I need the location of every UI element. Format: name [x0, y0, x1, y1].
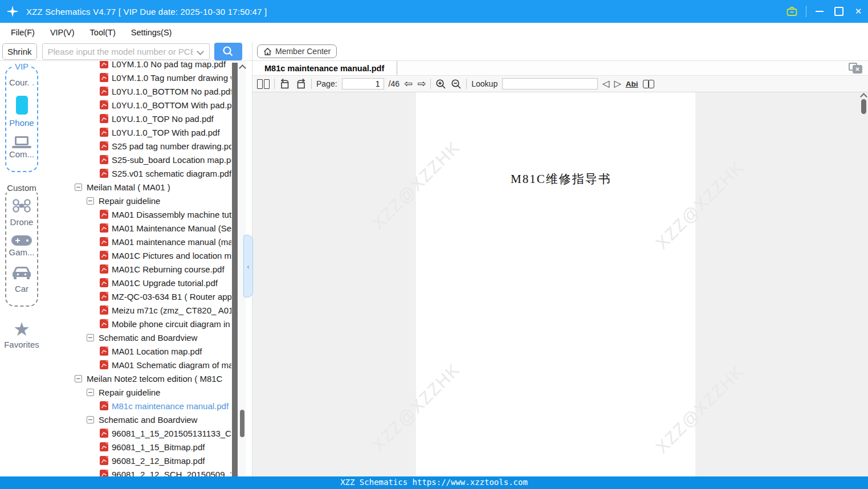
tree-row-label: MA01 Disassembly machine tuto [112, 210, 231, 219]
pdf-file-icon [100, 223, 108, 233]
tree-row[interactable]: MA01 Location map.pdf [43, 344, 231, 358]
next-page-button[interactable]: ⇨ [417, 79, 426, 89]
tree-row[interactable]: L0YM.1.0 No pad tag map.pdf [43, 61, 231, 71]
pdf-file-icon [100, 155, 108, 164]
tree-row[interactable]: S25-sub_board Location map.pdf [43, 153, 231, 166]
tree-row[interactable]: Repair guideline [43, 194, 231, 207]
search-button[interactable] [214, 43, 242, 60]
tree-row[interactable]: Repair guideline [43, 385, 231, 399]
pdf-file-icon [100, 87, 108, 96]
sidebar-item-course[interactable]: Cour... [6, 78, 37, 87]
pdf-file-icon [100, 141, 108, 150]
tree-row[interactable]: Meilan Note2 telcom edition ( M81C [43, 372, 231, 385]
menu-item-settings[interactable]: Settings(S) [131, 28, 172, 37]
panel-scrollbar-thumb[interactable] [240, 410, 244, 437]
app-window: XZZ Schematics V4.77 [ VIP Due date: 202… [0, 0, 868, 489]
sidebar-item-favorites[interactable]: ★ Favorites [0, 320, 43, 349]
zoom-out-button[interactable] [451, 79, 462, 89]
pdf-viewer-panel: M81c maintenance manual.pdf ✕ Page: /46 … [252, 61, 868, 476]
two-page-view-button[interactable] [257, 79, 270, 89]
minimize-button[interactable] [810, 0, 829, 23]
tree-row[interactable]: L0YM.1.0 Tag number drawing wi [43, 71, 231, 84]
sidebar-item-drone[interactable]: Drone [6, 198, 37, 227]
tree-row[interactable]: MA01C Upgrade tutorial.pdf [43, 276, 231, 290]
collapse-expander-icon[interactable] [75, 375, 82, 382]
sidebar-item-computer[interactable]: Com... [6, 136, 37, 159]
pdf-scrollbar[interactable] [859, 92, 868, 476]
gamepad-icon [11, 235, 32, 246]
star-icon: ★ [0, 320, 43, 339]
find-next-button[interactable]: ▷ [614, 79, 621, 88]
tree-row[interactable]: MA01 Maintenance Manual (Sec [43, 221, 231, 235]
vip-briefcase-icon[interactable] [786, 6, 798, 17]
pdf-file-icon [100, 442, 108, 451]
page-total: /46 [389, 79, 400, 88]
tree-row-label: Schematic and Boardview [99, 333, 197, 343]
document-tab[interactable]: M81c maintenance manual.pdf [252, 61, 397, 75]
tree-row[interactable]: Mobile phone circuit diagram in [43, 317, 231, 331]
close-button[interactable]: ✕ [849, 0, 868, 23]
tree-row[interactable]: L0YU.1.0_TOP With pad.pdf [43, 125, 231, 139]
maximize-button[interactable] [829, 0, 849, 23]
model-search-input[interactable] [43, 44, 209, 59]
tree-row[interactable]: M81c maintenance manual.pdf [43, 399, 231, 413]
tree-row[interactable]: 96081_1_15_201505131133_CT_v [43, 426, 231, 440]
tree-row[interactable]: S25.v01 schematic diagram.pdf [43, 166, 231, 180]
tree-row[interactable]: 96081_2_12_SCH_20150509_180 [43, 467, 231, 476]
tree-row[interactable]: MZ-QC-03-634 B1 ( Router appl [43, 290, 231, 303]
tree-row[interactable]: L0YU.1.0_BOTTOM No pad.pdf [43, 84, 231, 98]
tree-row[interactable]: 96081_1_15_Bitmap.pdf [43, 440, 231, 454]
tree-row-label: MA01C Pictures and location ma [112, 251, 231, 260]
find-previous-button[interactable]: ◁ [602, 79, 609, 88]
previous-page-button[interactable]: ⇦ [404, 79, 413, 89]
pdf-file-icon [100, 319, 108, 328]
tree-row[interactable]: MA01C Pictures and location ma [43, 248, 231, 262]
tree-row[interactable]: MA01 maintenance manual (mai [43, 235, 231, 248]
tree-row[interactable]: L0YU.1.0_BOTTOM With pad.pdf [43, 98, 231, 112]
member-center-button[interactable]: Member Center [257, 44, 337, 58]
tree-row[interactable]: 96081_2_12_Bitmap.pdf [43, 454, 231, 467]
sidebar-item-car[interactable]: Car [6, 266, 37, 294]
pdf-file-icon [100, 251, 108, 260]
tree-row[interactable]: MA01C Reburning course.pdf [43, 262, 231, 276]
shrink-button[interactable]: Shrink [2, 43, 37, 60]
tree-row[interactable]: MA01 Schematic diagram of mai [43, 358, 231, 372]
pdf-scrollbar-thumb[interactable] [861, 99, 866, 114]
zoom-in-button[interactable] [435, 79, 446, 89]
collapse-expander-icon[interactable] [87, 389, 94, 396]
panel-collapse-handle[interactable]: ‹ [243, 235, 253, 298]
tree-row-label: Meilan Note2 telcom edition ( M81C [87, 374, 222, 384]
collapse-expander-icon[interactable] [87, 416, 94, 423]
pdf-file-icon [100, 305, 108, 315]
close-document-button[interactable]: ✕ [849, 63, 862, 74]
tree-row-label: L0YU.1.0_TOP No pad.pdf [112, 114, 214, 124]
binoculars-icon[interactable] [643, 80, 654, 88]
collapse-expander-icon[interactable] [87, 334, 94, 341]
tree-row[interactable]: MA01 Disassembly machine tuto [43, 207, 231, 221]
window-title: XZZ Schematics V4.77 [ VIP Due date: 202… [26, 7, 267, 17]
tree-row[interactable]: Schematic and Boardview [43, 413, 231, 426]
tree-row[interactable]: Meizu m71c (zmz_ CT820_ A01) [43, 303, 231, 317]
scroll-up-icon[interactable] [239, 64, 246, 72]
tree-row-label: 96081_2_12_SCH_20150509_180 [112, 470, 231, 477]
tree-row[interactable]: S25 pad tag number drawing.pdf [43, 139, 231, 153]
rotate-left-button[interactable] [279, 78, 291, 89]
tree-scrollbar[interactable] [232, 63, 238, 476]
menu-item-tool[interactable]: Tool(T) [90, 28, 116, 37]
search-toolbar: Shrink [0, 42, 252, 60]
tree-row[interactable]: Meilan Matal ( MA01 ) [43, 180, 231, 194]
sidebar-item-phone[interactable]: Phone [6, 96, 37, 128]
menu-item-file[interactable]: File(F) [11, 28, 35, 37]
match-case-button[interactable]: Abi [626, 80, 638, 88]
tree-row[interactable]: L0YU.1.0_TOP No pad.pdf [43, 112, 231, 125]
tree-row[interactable]: Schematic and Boardview [43, 331, 231, 344]
titlebar-separator [806, 6, 806, 17]
sidebar-item-games[interactable]: Gam... [6, 235, 37, 257]
page-number-input[interactable] [342, 78, 384, 89]
custom-group: Custom Drone Gam... Car [5, 188, 38, 307]
lookup-input[interactable] [502, 78, 598, 89]
collapse-expander-icon[interactable] [75, 184, 82, 191]
collapse-expander-icon[interactable] [87, 197, 94, 205]
rotate-right-button[interactable] [295, 78, 307, 89]
menu-item-vip[interactable]: VIP(V) [50, 28, 75, 37]
